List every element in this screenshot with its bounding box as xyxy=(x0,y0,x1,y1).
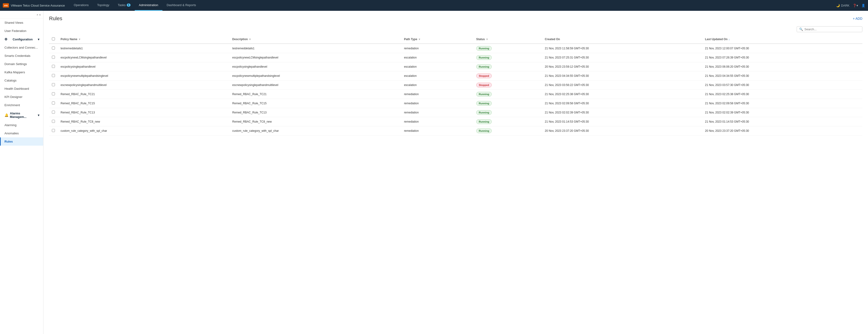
table-row: custom_rule_category_with_spl_char custo… xyxy=(49,126,862,135)
row-checkbox-cell xyxy=(49,81,58,90)
cell-description: Remed_RBAC_Rule_TC15 xyxy=(229,99,401,108)
row-checkbox-8[interactable] xyxy=(52,120,55,123)
row-checkbox-cell xyxy=(49,99,58,108)
row-checkbox-2[interactable] xyxy=(52,65,55,68)
cell-last-updated: 20 Nov, 2023 23:37:20 GMT+05:30 xyxy=(702,126,862,135)
cell-description: testremeddetails1 xyxy=(229,44,401,53)
nav-dashboard-reports[interactable]: Dashboard & Reports xyxy=(162,0,200,11)
row-checkbox-4[interactable] xyxy=(52,83,55,86)
cell-last-updated: 21 Nov, 2023 03:57:30 GMT+05:30 xyxy=(702,81,862,90)
sidebar-item-anomalies[interactable]: Anomalies xyxy=(0,129,43,138)
nav-right: 🌙 DARK ❓▾ 👤 xyxy=(836,4,865,7)
header-last-updated: Last Updated On ↓ xyxy=(702,35,862,44)
vmware-logo: vm xyxy=(3,3,9,7)
cell-policy-name: Remed_RBAC_Rule_TC15 xyxy=(58,99,229,108)
sidebar-section-alarms[interactable]: 🔔 Alarms Managem... ▾ xyxy=(0,109,43,121)
row-checkbox-9[interactable] xyxy=(52,129,55,132)
cell-path-type: remediation xyxy=(401,117,473,126)
row-checkbox-cell xyxy=(49,126,58,135)
row-checkbox-cell xyxy=(49,44,58,53)
policy-name-filter-icon[interactable]: ▼ xyxy=(78,38,81,41)
cell-description: escpolicysinglepathandlevel xyxy=(229,62,401,71)
search-wrapper: 🔍 xyxy=(797,26,862,32)
table-row: Remed_RBAC_Rule_TC13 Remed_RBAC_Rule_TC1… xyxy=(49,108,862,117)
status-badge: Running xyxy=(476,92,492,96)
header-description: Description ▼ xyxy=(229,35,401,44)
row-checkbox-3[interactable] xyxy=(52,74,55,77)
sidebar-item-collectors[interactable]: Collectors and Connec... xyxy=(0,43,43,52)
row-checkbox-7[interactable] xyxy=(52,111,55,114)
cell-path-type: remediation xyxy=(401,90,473,99)
page-title: Rules xyxy=(49,16,62,22)
sidebar-item-smarts-credentials[interactable]: Smarts Credentials xyxy=(0,52,43,60)
cell-status: Stopped xyxy=(473,81,542,90)
row-checkbox-5[interactable] xyxy=(52,92,55,95)
sidebar-item-shared-views[interactable]: Shared Views xyxy=(0,19,43,27)
status-badge: Running xyxy=(476,119,492,124)
nav-tasks[interactable]: Tasks 6 xyxy=(114,0,135,11)
sidebar-item-user-federation[interactable]: User Federation xyxy=(0,27,43,35)
help-button[interactable]: ❓▾ xyxy=(853,4,858,7)
sidebar-item-kpi-designer[interactable]: KPI Designer xyxy=(0,93,43,101)
sidebar-item-domain-settings[interactable]: Domain Settings xyxy=(0,60,43,68)
description-filter-icon[interactable]: ▼ xyxy=(249,38,251,41)
cell-description: escnewpolicysinglepathandmultilevel xyxy=(229,81,401,90)
cell-status: Running xyxy=(473,126,542,135)
table-header-row: Policy Name ▼ Description ▼ Path Type xyxy=(49,35,862,44)
nav-operations[interactable]: Operations xyxy=(69,0,93,11)
sidebar-item-alarming[interactable]: Alarming xyxy=(0,121,43,129)
page-header: Rules + ADD xyxy=(49,16,862,22)
cell-policy-name: Remed_RBAC_Rule_TC13 xyxy=(58,108,229,117)
row-checkbox-6[interactable] xyxy=(52,101,55,104)
row-checkbox-cell xyxy=(49,117,58,126)
user-icon[interactable]: 👤 xyxy=(861,4,865,7)
add-button[interactable]: + ADD xyxy=(853,17,862,21)
scroll-up-indicator: ▲ xyxy=(36,13,39,17)
cell-created-on: 20 Nov, 2023 23:37:20 GMT+05:30 xyxy=(542,126,702,135)
cell-path-type: escalation xyxy=(401,71,473,81)
last-updated-sort-icon[interactable]: ↓ xyxy=(728,38,730,41)
cell-policy-name: Remed_RBAC_Rule_TC21 xyxy=(58,90,229,99)
cell-last-updated: 21 Nov, 2023 02:02:39 GMT+05:30 xyxy=(702,108,862,117)
cell-path-type: remediation xyxy=(401,44,473,53)
row-checkbox-cell xyxy=(49,53,58,62)
app-title: VMware Telco Cloud Service Assurance xyxy=(11,4,65,7)
sidebar-item-catalogs[interactable]: Catalogs xyxy=(0,76,43,85)
cell-policy-name: custom_rule_category_with_spl_char xyxy=(58,126,229,135)
path-type-filter-icon[interactable]: ▼ xyxy=(418,38,421,41)
cell-path-type: remediation xyxy=(401,99,473,108)
status-filter-icon[interactable]: ▼ xyxy=(486,38,488,41)
status-badge: Running xyxy=(476,128,492,133)
select-all-checkbox[interactable] xyxy=(52,37,55,40)
row-checkbox-0[interactable] xyxy=(52,47,55,50)
main-content: Rules + ADD 🔍 Policy Name ▼ xyxy=(43,11,868,334)
cell-status: Running xyxy=(473,62,542,71)
row-checkbox-1[interactable] xyxy=(52,56,55,59)
cell-description: Remed_RBAC_Rule_TC8_new xyxy=(229,117,401,126)
cell-description: Remed_RBAC_Rule_TC21 xyxy=(229,90,401,99)
rules-table: Policy Name ▼ Description ▼ Path Type xyxy=(49,35,862,135)
nav-administration[interactable]: Administration xyxy=(135,0,162,11)
status-badge: Running xyxy=(476,55,492,60)
cell-description: escpolicynewmultiplepathandsinglevel xyxy=(229,71,401,81)
table-row: escnewpolicysinglepathandmultilevel escn… xyxy=(49,81,862,90)
cell-path-type: escalation xyxy=(401,53,473,62)
sidebar-section-configuration[interactable]: ⚙ Configuration ▾ xyxy=(0,35,43,43)
cell-description: custom_rule_category_with_spl_char xyxy=(229,126,401,135)
sidebar-item-health-dashboard[interactable]: Health Dashboard xyxy=(0,85,43,93)
collapse-button[interactable]: « xyxy=(39,13,41,17)
cell-status: Stopped xyxy=(473,71,542,81)
cell-last-updated: 21 Nov, 2023 06:06:20 GMT+05:30 xyxy=(702,62,862,71)
cell-last-updated: 21 Nov, 2023 12:00:07 GMT+05:30 xyxy=(702,44,862,53)
cell-status: Running xyxy=(473,44,542,53)
cell-created-on: 20 Nov, 2023 23:59:12 GMT+05:30 xyxy=(542,62,702,71)
cell-created-on: 21 Nov, 2023 02:09:58 GMT+05:30 xyxy=(542,99,702,108)
sidebar-item-kafka-mappers[interactable]: Kafka Mappers xyxy=(0,68,43,76)
cell-status: Running xyxy=(473,90,542,99)
search-input[interactable] xyxy=(804,28,860,31)
sidebar-item-rules[interactable]: Rules xyxy=(0,138,43,146)
cell-policy-name: testremeddetails1 xyxy=(58,44,229,53)
nav-topology[interactable]: Topology xyxy=(93,0,114,11)
dark-mode-toggle[interactable]: 🌙 DARK xyxy=(836,4,849,7)
sidebar-item-enrichment[interactable]: Enrichment xyxy=(0,101,43,109)
